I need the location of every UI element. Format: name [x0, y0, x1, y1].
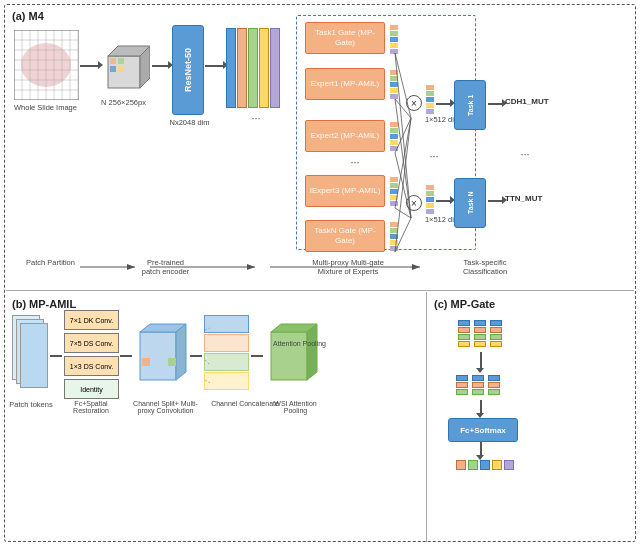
- patch-tokens-label: Patch tokens: [6, 400, 56, 409]
- wsi-label: Whole Slide Image: [8, 103, 83, 112]
- arrow-resnet-to-features: [205, 65, 225, 67]
- patch-partition-label: Patch Partition: [8, 258, 93, 267]
- mpgate-second-stack: [456, 375, 500, 395]
- svg-rect-24: [110, 66, 116, 72]
- conv-group: 7×1 DK Conv. 7×5 DS Conv. 1×3 DS Conv. I…: [64, 310, 124, 399]
- task1-box: Task 1: [454, 80, 486, 130]
- resnet-box: ResNet-50: [172, 25, 204, 115]
- expert3-box: IExpert3 (MP-AMIL): [305, 175, 385, 207]
- section-c-label: (c) MP-Gate: [434, 298, 495, 310]
- cube-svg: [100, 38, 150, 98]
- task-vec-dots: ···: [424, 150, 444, 162]
- taskn-gate-squares: [390, 222, 398, 251]
- expert2-squares: [390, 122, 398, 151]
- svg-rect-44: [168, 358, 176, 366]
- attention-pooling-label: Attention Pooling: [272, 340, 327, 347]
- identity-box: Identity: [64, 379, 119, 399]
- attention-pooling-block: [265, 318, 320, 390]
- feature-block-svg: [134, 318, 189, 388]
- conv2-box: 7×5 DS Conv.: [64, 333, 119, 353]
- ttn-label: TTN_MUT: [505, 194, 542, 203]
- arrow-b2: [120, 355, 132, 357]
- multiply-circle-task1: ×: [406, 95, 422, 111]
- conv3-box: 1×3 DS Conv.: [64, 356, 119, 376]
- wsi-grid-svg: [14, 30, 79, 100]
- expert-dots: ···: [335, 156, 375, 168]
- svg-rect-40: [140, 332, 176, 380]
- svg-rect-23: [118, 58, 124, 64]
- taskn-gate-box: TaskN Gate (MP-Gate): [305, 220, 385, 252]
- wsi-attention-label: WSI Attention Pooling: [268, 400, 323, 414]
- fc-spatial-label: Fc+Spatial Restoration: [56, 400, 126, 414]
- section-a-label: (a) M4: [12, 10, 44, 22]
- divider-horizontal: [6, 290, 634, 291]
- expert2-box: Expert2 (MP-AMIL): [305, 120, 385, 152]
- concat-blocks: [204, 315, 249, 390]
- svg-marker-50: [307, 324, 317, 380]
- svg-rect-22: [110, 58, 116, 64]
- arrow-wsi-to-cube: [80, 65, 100, 67]
- multiply-circle-taskn: ×: [406, 195, 422, 211]
- svg-rect-25: [118, 66, 124, 72]
- wsi-dim-label: N 256×256px: [96, 98, 151, 107]
- feature-dots: ···: [226, 112, 286, 124]
- task-classification-label: Task-specificClassification: [440, 258, 530, 276]
- wsi-image: [14, 30, 79, 100]
- expert1-box: Expert1 (MP-AMIL): [305, 68, 385, 100]
- svg-marker-42: [176, 324, 186, 380]
- arrow-b1: [50, 355, 62, 357]
- feature-block-b: [134, 318, 189, 390]
- section-b-label: (b) MP-AMIL: [12, 298, 76, 310]
- output-dots: ···: [510, 148, 540, 160]
- mpgate-output: [456, 460, 514, 470]
- patch-tokens-group: [12, 315, 47, 395]
- svg-rect-43: [142, 358, 150, 366]
- mixture-label: Multi-proxy Multi-gateMixture of Experts: [288, 258, 408, 276]
- expert1-squares: [390, 70, 398, 99]
- mpgate-inputs: [458, 320, 502, 347]
- pretrained-label: Pre-trainedpatch encoder: [128, 258, 203, 276]
- divider-vertical: [426, 292, 427, 542]
- attention-block-svg: [265, 318, 320, 388]
- conv1-box: 7×1 DK Conv.: [64, 310, 119, 330]
- fc-softmax-box: Fc+Softmax: [448, 418, 518, 442]
- expert3-squares: [390, 177, 398, 206]
- taskn-feature-vector: [426, 185, 434, 214]
- arrow-b4: [251, 355, 263, 357]
- channel-split-label: Channel Split+ Multi-proxy Convolution: [128, 400, 203, 414]
- patch-cube: [100, 38, 150, 100]
- arrow-b3: [190, 355, 202, 357]
- arrowhead-c1: [476, 368, 484, 373]
- task1-feature-vector: [426, 85, 434, 114]
- feat-dim-label: Nx2048 dim: [162, 118, 217, 127]
- task1-gate-squares: [390, 25, 398, 54]
- feature-columns: [226, 28, 280, 108]
- task1-gate-box: Task1 Gate (MP-Gate): [305, 22, 385, 54]
- cdh1-label: CDH1_MUT: [505, 97, 549, 106]
- taskn-box: Task N: [454, 178, 486, 228]
